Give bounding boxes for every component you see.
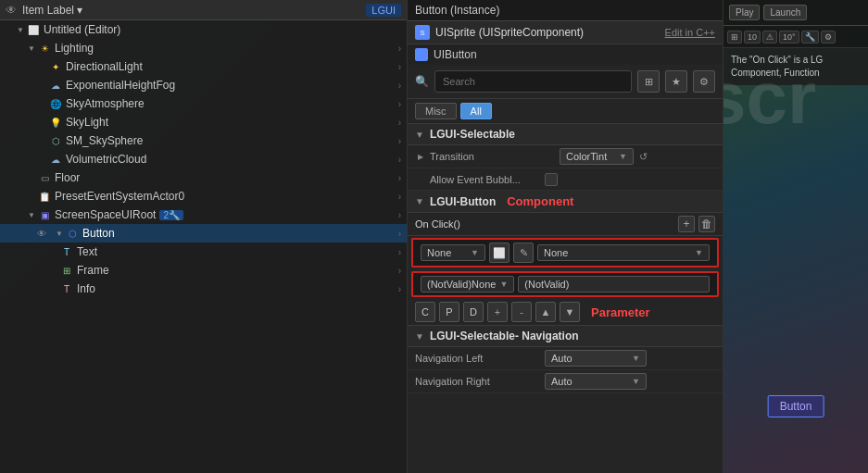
screen-label: ScreenSpaceUIRoot [55,208,156,221]
hierarchy-item-floor[interactable]: ▭ Floor › [0,168,407,187]
hierarchy-item-frame[interactable]: ⊞ Frame › [0,261,407,280]
lgui-tag: LGUI [366,4,401,17]
editor-icon: ⬜ [26,22,41,37]
search-bar: 🔍 ⊞ ★ ⚙ [408,65,723,99]
item-label-header[interactable]: Item Label ▾ [22,4,82,17]
cpdb-row: C P D + - ▲ ▼ Parameter [408,299,723,326]
lgui-button-header[interactable]: ▼ LGUI-Button Component [408,191,723,213]
allow-event-checkbox[interactable] [545,173,558,186]
grid-view-button[interactable]: ⊞ [637,70,660,93]
c-button[interactable]: C [415,302,435,322]
hierarchy-item-lighting[interactable]: ▼ ☀ Lighting › [0,39,407,57]
toolbar-alert[interactable]: ⚠ [762,31,777,44]
toolbar-angle[interactable]: 10° [779,31,799,44]
frame-expand [48,265,59,276]
frame-hierarchy-label: Frame [77,264,109,277]
d-button[interactable]: D [463,302,484,322]
nav-right-value-text: Auto [551,376,572,387]
actor-value-dropdown[interactable]: None ▼ [537,244,710,261]
nav-left-value-text: Auto [551,353,572,364]
up-button[interactable]: ▲ [535,302,556,322]
play-button[interactable]: Play [729,5,760,20]
untitled-label: Untitled (Editor) [44,23,120,36]
nav-left-row: Navigation Left Auto ▼ [408,347,723,370]
hierarchy-item-button[interactable]: 👁 ▼ ⬡ Button › [0,224,407,243]
actor-pick-button[interactable]: ✎ [513,243,534,263]
hierarchy-item-text[interactable]: T Text › [0,243,407,261]
plus-button[interactable]: + [487,302,508,322]
onclick-remove-button[interactable]: 🗑 [698,216,715,232]
nav-left-dropdown[interactable]: Auto ▼ [545,350,647,367]
hierarchy-item-directional-light[interactable]: ✦ DirectionalLight › [0,57,407,76]
toolbar-settings[interactable]: ⚙ [821,31,836,44]
edit-cpp-button[interactable]: Edit in C++ [665,27,715,38]
text-arrow: › [398,247,401,257]
play-launch-bar: Play Launch [723,0,868,26]
screen-badge: 2🔧 [159,210,183,220]
nav-right-label: Navigation Right [415,376,545,387]
hierarchy-item-vol-cloud[interactable]: ☁ VolumetricCloud › [0,150,407,168]
preview-panel: Play Launch ⊞ 10 ⚠ 10° 🔧 ⚙ The "On Click… [723,0,868,473]
nav-section-header[interactable]: ▼ LGUI-Selectable- Navigation [408,326,723,347]
actor-value-arrow: ▼ [695,248,703,257]
nav-right-dropdown[interactable]: Auto ▼ [545,373,647,390]
inspector-panel: Button (Instance) S UISprite (UISpriteCo… [408,0,723,473]
lgui-selectable-header[interactable]: ▼ LGUI-Selectable [408,124,723,145]
button-eye[interactable]: 👁 [37,229,50,239]
nav-right-row: Navigation Right Auto ▼ [408,370,723,393]
info-hierarchy-icon: T [59,281,74,296]
allow-event-label: Allow Event Bubbl... [415,174,545,185]
toolbar-grid[interactable]: ⊞ [727,31,742,44]
function-value-text: (NotValid) [524,279,569,290]
vol-cloud-icon: ☁ [48,152,63,167]
search-input[interactable] [434,70,632,93]
onclick-add-button[interactable]: + [678,216,695,232]
hierarchy-item-screen-space[interactable]: ▼ ▣ ScreenSpaceUIRoot 2🔧 › [0,205,407,224]
info-hierarchy-label: Info [77,282,95,295]
minus-button[interactable]: - [511,302,532,322]
actor-select-button[interactable]: ⬜ [489,243,509,263]
transition-dropdown[interactable]: ColorTint ▼ [560,148,634,165]
lighting-label: Lighting [55,42,94,55]
transition-value-container: ColorTint ▼ ↺ [560,148,715,165]
lighting-expand: ▼ [26,43,37,54]
bookmark-button[interactable]: ★ [665,70,687,93]
sky-atm-icon: 🌐 [48,96,63,111]
hierarchy-item-sm-sky[interactable]: ⬡ SM_SkySphere › [0,131,407,150]
toolbar-wrench[interactable]: 🔧 [801,31,819,44]
function-value-dropdown[interactable]: (NotValid) [518,276,710,293]
preset-label: PresetEventSystemActor0 [55,190,184,203]
sm-sky-icon: ⬡ [48,133,63,148]
all-button[interactable]: All [460,103,492,119]
transition-label: Transition [430,151,560,162]
function-row: (NotValid)None ▼ (NotValid) [411,271,719,297]
component-annotation: Component [507,194,573,208]
ui-button-label: UIButton [434,48,477,61]
toolbar-number1[interactable]: 10 [744,31,761,44]
lighting-icon: ☀ [37,41,52,56]
frame-hierarchy-icon: ⊞ [59,263,74,278]
function-invalid-dropdown[interactable]: (NotValid)None ▼ [421,276,514,293]
sky-light-arrow: › [398,118,401,128]
launch-button[interactable]: Launch [763,5,807,20]
hierarchy-item-preset-event[interactable]: 📋 PresetEventSystemActor0 › [0,187,407,205]
hierarchy-item-untitled[interactable]: ▼ ⬜ Untitled (Editor) [0,20,407,39]
screen-icon: ▣ [37,207,52,222]
actor-none-dropdown[interactable]: None ▼ [421,244,485,261]
hierarchy-item-info[interactable]: T Info › [0,280,407,298]
misc-button[interactable]: Misc [415,103,457,119]
down-button[interactable]: ▼ [560,302,580,322]
selectable-title: LGUI-Selectable [430,128,515,141]
p-button[interactable]: P [439,302,459,322]
info-arrow: › [398,284,401,294]
ui-button-row: UIButton [408,44,723,65]
transition-expand[interactable]: ▶ [415,151,426,162]
hierarchy-item-exp-fog[interactable]: ☁ ExponentialHeightFog › [0,76,407,94]
settings-button[interactable]: ⚙ [693,70,715,93]
transition-reset-button[interactable]: ↺ [637,149,649,165]
fog-icon: ☁ [48,78,63,93]
hierarchy-item-sky-atm[interactable]: 🌐 SkyAtmosphere › [0,94,407,113]
hierarchy-item-sky-light[interactable]: 💡 SkyLight › [0,113,407,131]
nav-section-title: LGUI-Selectable- Navigation [430,330,579,342]
info-expand [48,283,59,294]
